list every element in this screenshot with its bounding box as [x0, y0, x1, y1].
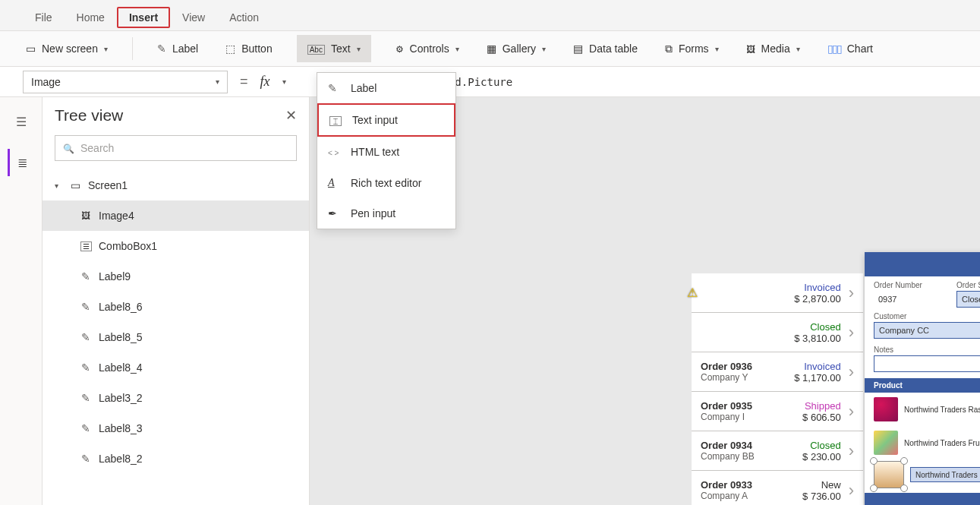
- formula-bar: Image ▾ = fx ▾ ted.Picture: [0, 67, 980, 97]
- chart-icon: [827, 43, 841, 55]
- order-row[interactable]: Order 0935Company I Shipped$ 606.50 ›: [692, 392, 863, 431]
- app-preview: Northwind Orders Order Number0937 Order …: [865, 252, 980, 505]
- tree-title: Tree view: [55, 106, 123, 125]
- order-row[interactable]: Order 0933Company A New$ 736.00 ›: [692, 471, 863, 505]
- label-icon: [79, 392, 93, 404]
- insert-chart-button[interactable]: Chart: [824, 38, 876, 59]
- new-screen-icon: [26, 43, 36, 55]
- chevron-down-icon[interactable]: ▾: [282, 77, 286, 86]
- new-screen-button[interactable]: New screen ▾: [23, 38, 111, 59]
- tree-row-label9[interactable]: Label9: [43, 261, 309, 292]
- tab-view[interactable]: View: [170, 7, 217, 28]
- chevron-right-icon[interactable]: ›: [849, 323, 854, 342]
- new-screen-label: New screen: [42, 43, 98, 55]
- order-status-label: Order Status: [956, 281, 980, 289]
- chevron-right-icon[interactable]: ›: [849, 362, 854, 382]
- left-rail: [0, 97, 43, 505]
- tree-view-button[interactable]: [8, 149, 35, 176]
- chevron-right-icon[interactable]: ›: [849, 481, 854, 500]
- tree-row-screen1[interactable]: ▾ Screen1: [43, 170, 309, 200]
- tree-row-label8-4[interactable]: Label8_4: [43, 352, 309, 383]
- tree-row-label8-3[interactable]: Label8_3: [43, 413, 309, 443]
- tab-file[interactable]: File: [23, 7, 65, 28]
- order-row[interactable]: ⚠ Invoiced$ 2,870.00 ›: [692, 273, 863, 313]
- label-icon: [79, 361, 93, 374]
- layers-icon: [17, 156, 27, 170]
- selected-image-control[interactable]: [874, 461, 904, 488]
- chevron-right-icon[interactable]: ›: [849, 283, 854, 303]
- label-icon: [79, 453, 93, 465]
- order-row[interactable]: Order 0936Company Y Invoiced$ 1,170.00 ›: [692, 352, 863, 392]
- collapse-icon[interactable]: ▾: [55, 181, 62, 190]
- tab-home[interactable]: Home: [65, 7, 117, 28]
- chevron-down-icon: ▾: [216, 77, 219, 86]
- tree-search-input[interactable]: Search: [55, 135, 297, 161]
- rich-text-icon: [328, 176, 342, 189]
- tree-row-label3-2[interactable]: Label3_2: [43, 383, 309, 413]
- tree-row-label8-5[interactable]: Label8_5: [43, 322, 309, 352]
- order-number-value: 0937: [874, 291, 949, 308]
- tree-row-label8-6[interactable]: Label8_6: [43, 292, 309, 322]
- insert-label-button[interactable]: Label: [154, 38, 201, 59]
- product-image: [874, 397, 898, 421]
- notes-label: Notes: [874, 346, 980, 354]
- chevron-right-icon[interactable]: ›: [849, 441, 854, 461]
- text-icon: [307, 43, 325, 55]
- label-icon: [79, 301, 93, 313]
- insert-controls-button[interactable]: Controls ▾: [392, 38, 462, 59]
- forms-icon: [665, 43, 673, 55]
- order-row[interactable]: Order 0934Company BB Closed$ 230.00 ›: [692, 431, 863, 471]
- insert-datatable-button[interactable]: Data table: [570, 38, 641, 59]
- product-image: [874, 431, 898, 455]
- close-tree-button[interactable]: ✕: [285, 107, 297, 124]
- customer-select[interactable]: Company CC▾: [874, 322, 980, 339]
- label-icon: [79, 422, 93, 434]
- label-icon: [328, 82, 342, 94]
- tree-row-label8-2[interactable]: Label8_2: [43, 443, 309, 474]
- resize-handle[interactable]: [900, 484, 908, 492]
- order-row[interactable]: Closed$ 3,810.00 ›: [692, 313, 863, 352]
- insert-gallery-button[interactable]: Gallery ▾: [484, 38, 549, 59]
- resize-handle[interactable]: [900, 457, 908, 465]
- tree-panel: Tree view ✕ Search ▾ Screen1 Image4 Comb…: [43, 97, 310, 505]
- tree-row-combobox1[interactable]: ComboBox1: [43, 231, 309, 261]
- tree-row-image4[interactable]: Image4: [43, 200, 309, 231]
- dd-item-html-text[interactable]: HTML text: [317, 137, 455, 167]
- fx-label: fx: [260, 74, 270, 90]
- property-select[interactable]: Image ▾: [23, 71, 228, 93]
- controls-icon: [395, 43, 404, 55]
- tab-action[interactable]: Action: [217, 7, 271, 28]
- order-totals: Order Totals: 130 $ 3,810.00: [865, 493, 980, 505]
- screen-icon: [68, 179, 82, 191]
- tab-insert[interactable]: Insert: [117, 7, 170, 28]
- hamburger-button[interactable]: [8, 108, 35, 135]
- dd-item-pen-input[interactable]: Pen input: [317, 198, 455, 229]
- chevron-down-icon: ▾: [455, 45, 459, 53]
- menu-tabs: File Home Insert View Action: [0, 0, 980, 30]
- orders-gallery[interactable]: ⚠ Invoiced$ 2,870.00 › Closed$ 3,810.00 …: [692, 273, 863, 505]
- dd-item-label[interactable]: Label: [317, 73, 455, 103]
- dd-item-rich-text[interactable]: Rich text editor: [317, 167, 455, 198]
- insert-forms-button[interactable]: Forms ▾: [662, 38, 722, 60]
- ribbon: New screen ▾ Label Button Text ▾ Control…: [0, 30, 980, 67]
- chevron-right-icon[interactable]: ›: [849, 402, 854, 421]
- product-combobox[interactable]: Northwind Traders Cake Mix ▾: [910, 467, 980, 482]
- product-row[interactable]: Northwind Traders Fruit Salad 40 $ 39.00…: [865, 426, 980, 459]
- resize-handle[interactable]: [870, 457, 878, 465]
- resize-handle[interactable]: [870, 484, 878, 492]
- divider: [132, 37, 133, 60]
- notes-input[interactable]: [874, 355, 980, 372]
- insert-text-button[interactable]: Text ▾: [297, 35, 371, 62]
- tree: ▾ Screen1 Image4 ComboBox1 Label9 Label8…: [43, 169, 309, 475]
- equals-label: =: [240, 74, 248, 90]
- order-status-select[interactable]: Closed▾: [956, 291, 980, 308]
- chevron-down-icon: ▾: [715, 45, 719, 53]
- new-product-line[interactable]: Northwind Traders Cake Mix ▾ ⚠ ⚠: [865, 459, 980, 493]
- dd-item-text-input[interactable]: Text input: [317, 103, 455, 137]
- html-icon: [328, 146, 342, 158]
- property-value: Image: [31, 76, 61, 88]
- insert-media-button[interactable]: Media ▾: [743, 38, 803, 59]
- product-row[interactable]: Northwind Traders Raspberry Spread 90 $ …: [865, 393, 980, 426]
- app-header: Northwind Orders: [865, 252, 980, 276]
- insert-button-button[interactable]: Button: [222, 38, 275, 59]
